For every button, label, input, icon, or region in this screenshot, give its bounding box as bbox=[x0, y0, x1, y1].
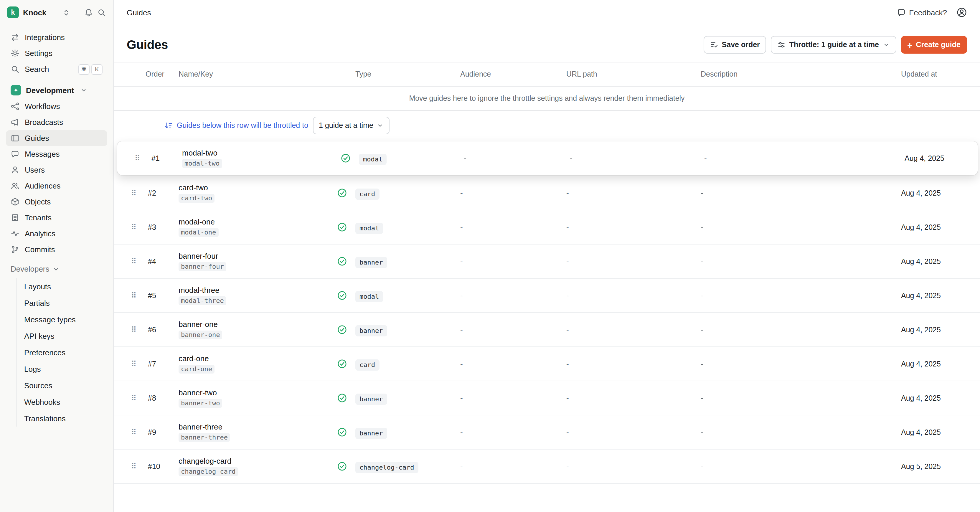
developers-section-toggle[interactable]: Developers bbox=[6, 261, 107, 277]
guide-key: modal-two bbox=[182, 159, 222, 168]
drag-handle-icon: ⠿ bbox=[131, 462, 137, 471]
sidebar-item-guides[interactable]: Guides bbox=[6, 130, 107, 146]
knock-logo: k bbox=[7, 6, 19, 18]
sidebar-item-workflows[interactable]: Workflows bbox=[6, 99, 107, 114]
status-check-icon bbox=[328, 324, 355, 335]
feedback-button[interactable]: Feedback? bbox=[897, 8, 947, 17]
sidebar-sub-item-label: Sources bbox=[24, 381, 52, 390]
sidebar-item-label: Guides bbox=[25, 134, 49, 143]
drag-handle-icon: ⠿ bbox=[131, 428, 137, 437]
table-row[interactable]: ⠿ #1 modal-two modal-two modal - - - Aug… bbox=[117, 142, 978, 175]
row-order: #5 bbox=[146, 291, 178, 300]
drag-handle[interactable]: ⠿ bbox=[122, 359, 146, 368]
environment-switcher[interactable]: Development bbox=[6, 82, 107, 99]
sidebar-sub-item[interactable]: Translations bbox=[16, 410, 107, 426]
create-guide-button[interactable]: + Create guide bbox=[901, 36, 967, 54]
workspace-switcher[interactable]: k Knock bbox=[0, 0, 113, 25]
search-icon[interactable] bbox=[97, 8, 106, 17]
url-path-cell: - bbox=[566, 359, 701, 368]
workspace-expand-icon[interactable] bbox=[62, 8, 70, 16]
sidebar: k Knock Integrations Settings bbox=[0, 0, 114, 512]
drag-handle[interactable]: ⠿ bbox=[122, 462, 146, 471]
sidebar-item-search[interactable]: Search ⌘ K bbox=[6, 61, 107, 77]
sidebar-item-users[interactable]: Users bbox=[6, 162, 107, 178]
sidebar-item-settings[interactable]: Settings bbox=[6, 45, 107, 61]
drag-handle[interactable]: ⠿ bbox=[126, 154, 149, 162]
sidebar-sub-item-label: Layouts bbox=[24, 282, 51, 291]
sidebar-sub-item-label: Logs bbox=[24, 364, 41, 373]
drag-handle[interactable]: ⠿ bbox=[122, 428, 146, 437]
sidebar-sub-item[interactable]: Message types bbox=[16, 311, 107, 328]
sidebar-sub-item[interactable]: Logs bbox=[16, 361, 107, 377]
search-shortcut: ⌘ K bbox=[78, 64, 103, 75]
table-row[interactable]: ⠿ #2 card-two card-two card - - - Aug 4,… bbox=[114, 176, 980, 210]
app-root: k Knock Integrations Settings bbox=[0, 0, 980, 512]
sidebar-sub-item[interactable]: Sources bbox=[16, 377, 107, 394]
audience-cell: - bbox=[460, 394, 566, 402]
table-row[interactable]: ⠿ #5 modal-three modal-three modal - - -… bbox=[114, 279, 980, 313]
sidebar-item-integrations[interactable]: Integrations bbox=[6, 29, 107, 45]
sidebar-sub-item[interactable]: Preferences bbox=[16, 344, 107, 361]
table-row[interactable]: ⠿ #10 changelog-card changelog-card chan… bbox=[114, 450, 980, 484]
sidebar-item-audiences[interactable]: Audiences bbox=[6, 178, 107, 194]
table-row[interactable]: ⠿ #6 banner-one banner-one banner - - - … bbox=[114, 313, 980, 347]
sidebar-item-broadcasts[interactable]: Broadcasts bbox=[6, 114, 107, 130]
description-cell: - bbox=[701, 359, 901, 368]
description-cell: - bbox=[701, 428, 901, 437]
sidebar-item-objects[interactable]: Objects bbox=[6, 194, 107, 210]
guide-key: modal-one bbox=[178, 228, 218, 237]
column-header-audience: Audience bbox=[460, 70, 566, 78]
sidebar-item-commits[interactable]: Commits bbox=[6, 242, 107, 258]
drag-handle[interactable]: ⠿ bbox=[122, 325, 146, 334]
row-order: #2 bbox=[146, 189, 178, 197]
table-row[interactable]: ⠿ #4 banner-four banner-four banner - - … bbox=[114, 245, 980, 279]
notifications-bell-icon[interactable] bbox=[84, 8, 93, 17]
guide-name: modal-three bbox=[178, 286, 328, 294]
pulse-icon bbox=[11, 229, 19, 238]
sidebar-item-analytics[interactable]: Analytics bbox=[6, 226, 107, 242]
drag-handle[interactable]: ⠿ bbox=[122, 223, 146, 232]
user-avatar[interactable] bbox=[956, 7, 967, 17]
table-row[interactable]: ⠿ #3 modal-one modal-one modal - - - Aug… bbox=[114, 210, 980, 245]
search-icon bbox=[11, 65, 19, 74]
throttle-ignore-dropzone[interactable]: Move guides here to ignore the throttle … bbox=[114, 87, 980, 111]
throttle-divider-row: Guides below this row will be throttled … bbox=[114, 116, 980, 135]
description-cell: - bbox=[701, 189, 901, 197]
throttle-dropdown-button[interactable]: Throttle: 1 guide at a time bbox=[771, 36, 896, 54]
drag-handle[interactable]: ⠿ bbox=[122, 257, 146, 266]
sidebar-item-label: Commits bbox=[25, 245, 55, 254]
save-order-button[interactable]: Save order bbox=[704, 36, 766, 54]
guides-table-body: ⠿ #1 modal-two modal-two modal - - - Aug… bbox=[114, 142, 980, 484]
type-badge: modal bbox=[355, 291, 383, 302]
drag-handle-icon: ⠿ bbox=[131, 189, 137, 197]
throttle-label: Throttle: 1 guide at a time bbox=[789, 41, 879, 49]
table-row[interactable]: ⠿ #9 banner-three banner-three banner - … bbox=[114, 415, 980, 450]
throttle-divider-link[interactable]: Guides below this row will be throttled … bbox=[164, 121, 308, 130]
sidebar-sub-item[interactable]: Layouts bbox=[16, 278, 107, 294]
integrations-icon bbox=[11, 33, 19, 42]
sidebar-sub-item[interactable]: API keys bbox=[16, 328, 107, 344]
sidebar-item-label: Objects bbox=[25, 197, 51, 206]
url-path-cell: - bbox=[566, 189, 701, 197]
table-row[interactable]: ⠿ #8 banner-two banner-two banner - - - … bbox=[114, 381, 980, 415]
type-badge: modal bbox=[359, 153, 387, 165]
description-cell: - bbox=[704, 154, 905, 162]
audience-cell: - bbox=[460, 189, 566, 197]
status-check-icon bbox=[328, 359, 355, 369]
drag-handle[interactable]: ⠿ bbox=[122, 189, 146, 197]
drag-handle[interactable]: ⠿ bbox=[122, 394, 146, 402]
chevron-down-icon bbox=[377, 122, 384, 129]
table-row[interactable]: ⠿ #7 card-one card-one card - - - Aug 4,… bbox=[114, 347, 980, 381]
throttle-value-select[interactable]: 1 guide at a time bbox=[313, 117, 390, 134]
sidebar-sub-item[interactable]: Webhooks bbox=[16, 394, 107, 410]
type-badge: banner bbox=[355, 428, 387, 439]
sidebar-item-tenants[interactable]: Tenants bbox=[6, 210, 107, 226]
sidebar-item-messages[interactable]: Messages bbox=[6, 146, 107, 162]
row-order: #10 bbox=[146, 462, 178, 471]
guide-name: modal-two bbox=[182, 148, 332, 157]
command-key: ⌘ bbox=[78, 64, 89, 75]
sidebar-sub-item[interactable]: Partials bbox=[16, 294, 107, 311]
chevron-down-icon bbox=[52, 266, 59, 272]
feedback-label: Feedback? bbox=[909, 8, 947, 17]
drag-handle[interactable]: ⠿ bbox=[122, 291, 146, 300]
